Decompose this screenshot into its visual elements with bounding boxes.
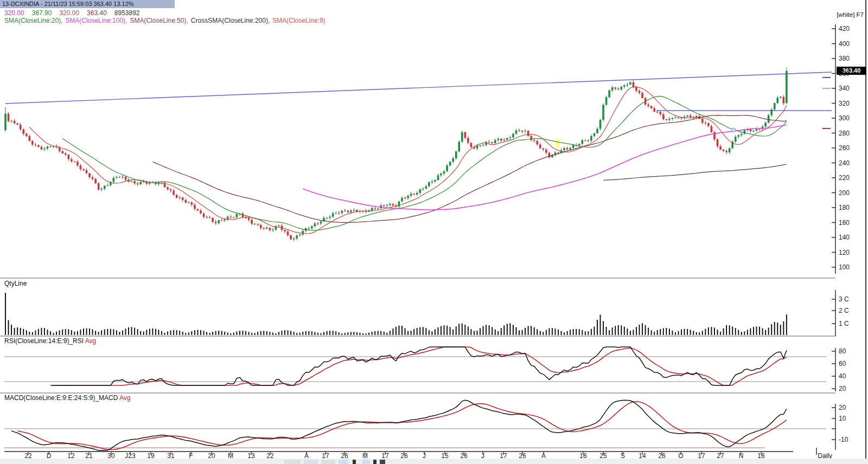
chart-mode-indicator: [white] F7 <box>837 11 864 18</box>
ohlcv-readout: 320.00 367.90 320.00 363.40 8953892 <box>4 9 140 17</box>
macd-label-text: MACD(CloseLine:E:9:E:24:S:9)_MACD <box>4 394 118 402</box>
high-value: 367.90 <box>32 9 52 17</box>
window-titlebar[interactable]: 13-DCXINDIA - 21/11/23 15:59:03 363.40 1… <box>0 0 175 8</box>
legend-item[interactable]: SMA(CloseLine:50), <box>130 17 188 24</box>
price-tick-label: 420 <box>839 25 850 33</box>
legend-item[interactable]: SMA(CloseLine:9) <box>272 17 325 24</box>
legend-item[interactable]: CrossSMA(CloseLine:200), <box>191 17 270 24</box>
taskbar-fragment <box>304 460 318 464</box>
rsi-tick-label: 20 <box>839 385 846 392</box>
macd-tick-label: 10 <box>839 415 846 422</box>
price-tick-label: 240 <box>839 159 850 167</box>
volume-tick-label: 2 C <box>839 307 849 314</box>
price-tick-label: 360 <box>839 70 850 78</box>
rsi-tick-label: 40 <box>839 372 846 380</box>
price-tick-label: 140 <box>839 234 850 241</box>
price-tick-label: 300 <box>839 114 850 122</box>
taskbar-fragment <box>321 460 335 464</box>
rsi-label-text: RSI(CloseLine:14:E:9)_RSI <box>4 337 84 345</box>
taskbar-fragment <box>339 460 348 464</box>
price-tick-label: 280 <box>839 130 850 137</box>
low-value: 320.00 <box>59 9 79 17</box>
taskbar-strip <box>0 459 868 464</box>
legend-item[interactable]: SMA(CloseLine:100), <box>65 17 127 24</box>
price-tick-label: 180 <box>839 204 850 211</box>
rsi-avg-label: Avg <box>85 337 96 345</box>
volume-tick-label: 1 C <box>839 320 849 327</box>
close-value: 363.40 <box>87 9 107 17</box>
price-tick-label: 340 <box>839 85 850 92</box>
rsi-tick-label: 80 <box>839 347 846 355</box>
price-tick-label: 120 <box>839 249 850 256</box>
price-tick-label: 200 <box>839 189 850 197</box>
taskbar-fragment <box>353 460 356 464</box>
price-tick-label: 160 <box>839 219 850 227</box>
volume-panel-label: QtyLine <box>4 280 27 287</box>
price-tick-label: 220 <box>839 174 850 182</box>
volume-value: 8953892 <box>114 9 140 17</box>
legend-item[interactable]: SMA(CloseLine:20), <box>4 17 62 24</box>
taskbar-fragment <box>373 460 376 464</box>
price-tick-label: 400 <box>839 40 850 48</box>
macd-tick-label: -10 <box>839 436 848 443</box>
macd-avg-label: Avg <box>119 394 130 402</box>
macd-tick-label: 20 <box>839 404 846 411</box>
rsi-tick-label: 60 <box>839 360 846 368</box>
price-tick-label: 380 <box>839 55 850 62</box>
indicator-legend: SMA(CloseLine:20),SMA(CloseLine:100),SMA… <box>4 17 326 24</box>
taskbar-fragment <box>362 460 370 464</box>
price-tick-label: 320 <box>839 100 850 107</box>
macd-panel-label: MACD(CloseLine:E:9:E:24:S:9)_MACD Avg <box>4 394 131 402</box>
taskbar-fragment <box>284 460 301 464</box>
taskbar-fragment <box>380 460 385 464</box>
volume-tick-label: 3 C <box>839 295 849 303</box>
rsi-panel-label: RSI(CloseLine:14:E:9)_RSI Avg <box>4 337 96 345</box>
open-value: 320.00 <box>4 9 24 17</box>
price-tick-label: 100 <box>839 263 850 271</box>
price-tick-label: 260 <box>839 144 850 152</box>
